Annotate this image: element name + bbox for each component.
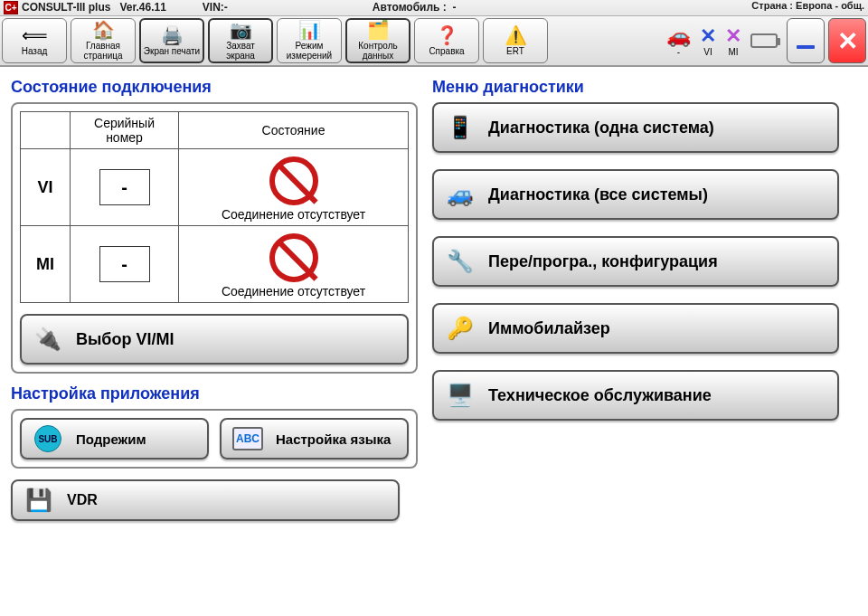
vi-status-label: VI	[703, 48, 712, 57]
warning-icon: ⚠️	[505, 26, 527, 44]
close-icon: ✕	[837, 26, 858, 56]
table-row: VI - Соединение отсутствует	[21, 149, 409, 226]
vi-serial-cell: -	[71, 149, 179, 226]
serial-header: Серийный номер	[71, 112, 179, 149]
help-button[interactable]: ❓ Справка	[414, 18, 479, 63]
vi-status: ✕ VI	[700, 24, 716, 57]
diagnostic-menu-title: Меню диагностики	[432, 78, 839, 97]
battery-icon	[750, 33, 778, 48]
vi-state-cell: Соединение отсутствует	[179, 149, 409, 226]
select-vimi-icon: 🔌	[33, 324, 63, 355]
ert-button[interactable]: ⚠️ ERT	[483, 18, 548, 63]
ert-label: ERT	[506, 46, 524, 56]
x-icon: ✕	[700, 24, 716, 48]
help-label: Справка	[429, 46, 464, 56]
app-name-text: CONSULT-III plus	[22, 1, 110, 14]
sub-mode-icon: SUB	[33, 423, 63, 454]
phone-icon: 📱	[445, 112, 476, 143]
vin-label: VIN:	[203, 1, 224, 14]
connection-status-title: Состояние подключения	[11, 78, 418, 97]
toolbar: ⟸ Назад 🏠 Главная страница 🖨️ Экран печа…	[0, 16, 868, 67]
maintenance-button[interactable]: 🖥️ Техническое обслуживание	[432, 370, 839, 421]
reprog-icon: 🔧	[445, 246, 476, 277]
sub-mode-button[interactable]: SUB Подрежим	[20, 418, 209, 460]
select-vimi-button[interactable]: 🔌 Выбор VI/MI	[20, 314, 409, 365]
car-status: 🚗 -	[666, 24, 691, 57]
vi-serial-value: -	[99, 169, 150, 205]
back-label: Назад	[22, 46, 48, 56]
car-icon: 🚗	[666, 24, 691, 48]
language-label: Настройка языка	[276, 431, 391, 447]
app-logo-icon: C+	[4, 1, 18, 14]
language-settings-button[interactable]: ABC Настройка языка	[220, 418, 409, 460]
vehicle-value: -	[452, 1, 456, 14]
key-icon: 🔑	[445, 313, 476, 344]
country-label: Страна :	[751, 0, 793, 11]
close-button[interactable]: ✕	[828, 18, 866, 63]
home-label: Главная страница	[73, 41, 133, 61]
country-value: Европа - общ.	[796, 0, 864, 11]
vin-field: VIN:-	[203, 1, 228, 14]
car-status-label: -	[677, 48, 680, 57]
back-button[interactable]: ⟸ Назад	[2, 18, 67, 63]
measure-label: Режим измерений	[279, 41, 339, 61]
vehicle-label: Автомобиль :	[373, 1, 447, 14]
language-icon: ABC	[232, 423, 263, 454]
maint-label: Техническое обслуживание	[488, 386, 712, 405]
help-icon: ❓	[436, 26, 458, 44]
diag-all-label: Диагностика (все системы)	[488, 185, 708, 204]
mi-state-text: Соединение отсутствует	[183, 284, 404, 299]
status-icons: 🚗 - ✕ VI ✕ MI	[661, 18, 783, 63]
printer-icon: 🖨️	[161, 26, 184, 44]
meter-icon: 📊	[298, 21, 321, 39]
table-row: MI - Соединение отсутствует	[21, 226, 409, 303]
country-field: Страна : Европа - общ.	[751, 1, 864, 11]
vehicle-field: Автомобиль : -	[373, 1, 457, 14]
table-corner	[21, 112, 71, 149]
home-button[interactable]: 🏠 Главная страница	[71, 18, 136, 63]
minimize-button[interactable]	[787, 18, 825, 63]
no-connection-icon	[269, 156, 318, 205]
mi-row-label: MI	[21, 226, 71, 303]
screen-capture-button[interactable]: 📷 Захват экрана	[208, 18, 273, 63]
reprogramming-button[interactable]: 🔧 Пере/програ., конфигурация	[432, 236, 839, 287]
vdr-button[interactable]: 💾 VDR	[11, 479, 400, 521]
print-screen-button[interactable]: 🖨️ Экран печати	[139, 18, 204, 63]
vi-row-label: VI	[21, 149, 71, 226]
home-icon: 🏠	[92, 21, 115, 39]
data-icon: 🗂️	[367, 21, 390, 39]
state-header: Состояние	[179, 112, 409, 149]
vdr-icon: 💾	[24, 485, 54, 516]
mi-status-label: MI	[728, 48, 738, 57]
monitor-icon: 🖥️	[445, 380, 476, 411]
no-connection-icon	[269, 233, 318, 282]
sub-mode-label: Подрежим	[76, 431, 146, 447]
app-settings-title: Настройка приложения	[11, 384, 418, 403]
measurement-mode-button[interactable]: 📊 Режим измерений	[277, 18, 342, 63]
camera-icon: 📷	[230, 21, 252, 39]
diag-all-systems-button[interactable]: 🚙 Диагностика (все системы)	[432, 169, 839, 220]
app-settings-panel: SUB Подрежим ABC Настройка языка	[11, 409, 418, 469]
diag-one-label: Диагностика (одна система)	[488, 118, 714, 137]
x-icon: ✕	[725, 24, 741, 48]
vi-state-text: Соединение отсутствует	[183, 207, 404, 222]
reprog-label: Пере/програ., конфигурация	[488, 252, 718, 271]
connection-table: Серийный номер Состояние VI - Соединение…	[20, 111, 409, 303]
immobilizer-button[interactable]: 🔑 Иммобилайзер	[432, 303, 839, 354]
diag-one-system-button[interactable]: 📱 Диагностика (одна система)	[432, 102, 839, 153]
mi-serial-cell: -	[71, 226, 179, 303]
mi-state-cell: Соединение отсутствует	[179, 226, 409, 303]
mi-serial-value: -	[99, 246, 150, 282]
select-vimi-label: Выбор VI/MI	[76, 330, 174, 349]
print-label: Экран печати	[144, 46, 200, 56]
info-bar: C+ CONSULT-III plus Ver.46.11 VIN:- Авто…	[0, 0, 868, 16]
minimize-icon	[797, 45, 815, 49]
recorded-data-button[interactable]: 🗂️ Контроль данных	[345, 18, 410, 63]
app-version: Ver.46.11	[119, 1, 165, 14]
recorded-label: Контроль данных	[349, 41, 407, 61]
vin-value: -	[224, 1, 228, 14]
capture-label: Захват экрана	[212, 41, 269, 61]
sub-badge: SUB	[34, 425, 61, 452]
mi-status: ✕ MI	[725, 24, 741, 57]
app-name: CONSULT-III plus Ver.46.11	[22, 1, 166, 14]
